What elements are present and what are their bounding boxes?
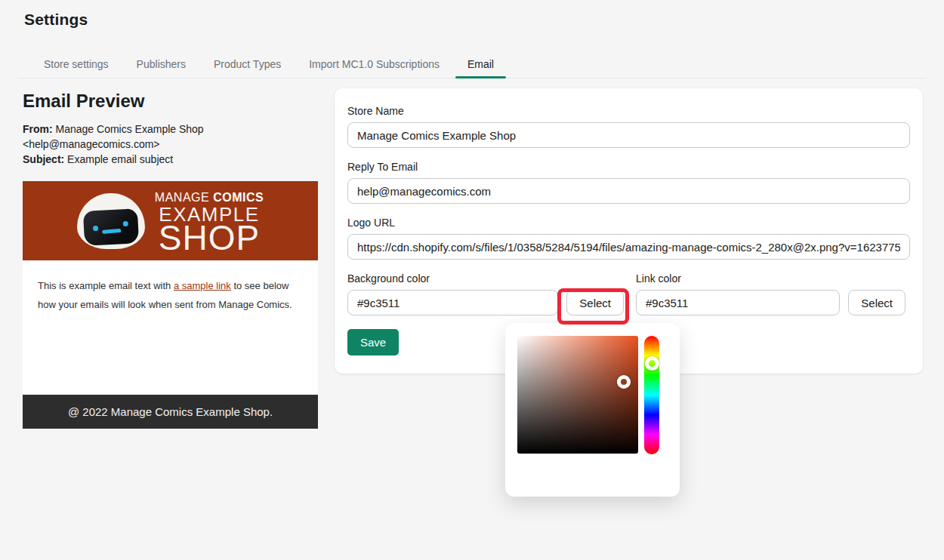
store-logo-text: MANAGE COMICS EXAMPLE SHOP xyxy=(155,191,264,251)
store-name-field-group: Store Name xyxy=(347,105,910,148)
email-body: This is example email text with a sample… xyxy=(23,260,318,395)
link-color-field-group: Link color Select xyxy=(636,272,905,315)
robot-eye-icon xyxy=(122,220,128,226)
email-header: MANAGE COMICS EXAMPLE SHOP xyxy=(23,181,318,260)
saturation-brightness-area[interactable] xyxy=(517,336,638,454)
color-picker-popup xyxy=(505,323,680,497)
logo-shop-line: SHOP xyxy=(155,224,264,251)
email-body-text-before: This is example email text with xyxy=(38,280,174,291)
tab-product-types[interactable]: Product Types xyxy=(202,51,293,78)
page-title: Settings xyxy=(24,11,88,29)
sample-link[interactable]: a sample link xyxy=(174,280,231,291)
hue-selector-ring[interactable] xyxy=(645,356,659,371)
reply-to-input[interactable] xyxy=(347,178,910,204)
tab-store-settings[interactable]: Store settings xyxy=(32,51,121,78)
background-color-select-button[interactable]: Select xyxy=(566,290,624,315)
link-color-select-button[interactable]: Select xyxy=(848,290,905,315)
background-color-field-group: Background color Select xyxy=(347,272,624,315)
robot-logo-icon xyxy=(77,193,145,249)
robot-eye-icon xyxy=(93,225,98,230)
from-label: From: xyxy=(23,123,53,135)
email-preview-meta: From: Manage Comics Example Shop <help@m… xyxy=(23,122,318,167)
subject-value: Example email subject xyxy=(64,153,173,165)
logo-brand-line: MANAGE COMICS xyxy=(155,191,264,205)
store-name-label: Store Name xyxy=(347,105,910,117)
logo-brand-word2: COMICS xyxy=(213,191,264,204)
email-preview-panel: MANAGE COMICS EXAMPLE SHOP This is examp… xyxy=(23,181,318,429)
background-color-label: Background color xyxy=(347,272,624,285)
hue-slider[interactable] xyxy=(644,336,659,454)
active-tab-underline xyxy=(455,76,506,78)
subject-label: Subject: xyxy=(23,153,64,165)
robot-face-shape xyxy=(83,208,139,246)
color-fields-row: Background color Select Link color Selec… xyxy=(347,272,910,315)
reply-to-label: Reply To Email xyxy=(347,161,910,173)
store-name-input[interactable] xyxy=(347,122,910,148)
logo-url-input[interactable] xyxy=(347,234,910,260)
link-color-label: Link color xyxy=(636,272,905,285)
settings-tab-bar: Store settings Publishers Product Types … xyxy=(17,51,927,78)
saturation-selector-ring[interactable] xyxy=(617,375,631,389)
tab-email-label: Email xyxy=(467,58,494,70)
logo-url-field-group: Logo URL xyxy=(347,217,910,260)
email-preview-title: Email Preview xyxy=(23,91,144,112)
tab-import-mc10-subscriptions[interactable]: Import MC1.0 Subscriptions xyxy=(297,51,452,78)
save-button[interactable]: Save xyxy=(347,329,399,355)
logo-url-label: Logo URL xyxy=(347,217,910,229)
logo-brand-word1: MANAGE xyxy=(155,191,213,204)
store-logo: MANAGE COMICS EXAMPLE SHOP xyxy=(77,191,264,251)
link-color-input[interactable] xyxy=(636,290,840,315)
robot-mouth-icon xyxy=(102,228,121,233)
tab-publishers[interactable]: Publishers xyxy=(125,51,198,78)
background-color-input[interactable] xyxy=(347,290,558,315)
tab-email[interactable]: Email xyxy=(455,51,506,78)
email-footer: @ 2022 Manage Comics Example Shop. xyxy=(23,395,318,429)
reply-to-field-group: Reply To Email xyxy=(347,161,910,204)
